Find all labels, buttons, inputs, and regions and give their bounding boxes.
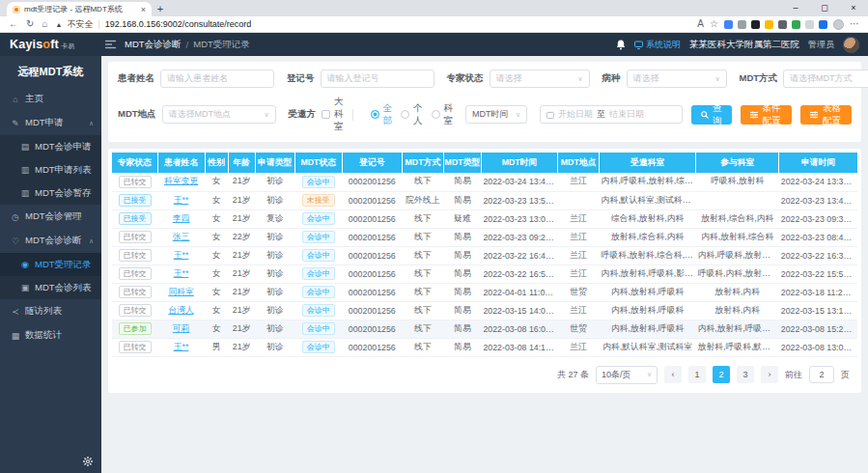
table-row[interactable]: 已参加可莉女21岁初诊会诊中0002001256线下简易2022-03-08 1… (112, 320, 857, 338)
table-config-button[interactable]: 表格配置 (800, 105, 852, 125)
mdt-status-tag: 会诊中 (302, 322, 335, 335)
user-avatar[interactable] (843, 37, 859, 53)
table-row[interactable]: 已转交张三女22岁初诊会诊中0002001256线下简易2022-03-23 0… (112, 228, 857, 246)
sidebar-item-label: MDT会诊列表 (35, 282, 92, 294)
expert-status-tag: 已转交 (119, 231, 152, 243)
invitee-checkbox[interactable]: 大科室 (322, 96, 344, 133)
sidebar-item-主页[interactable]: ⌂主页 (0, 87, 101, 111)
url-field[interactable]: ▲ 不安全 | 192.168.0.156:9002/consultate/re… (55, 18, 689, 31)
sidebar-item-MDT申请列表[interactable]: ▥MDT申请列表 (0, 158, 101, 181)
patient-name-link[interactable]: 李四 (173, 213, 190, 223)
extension-icon[interactable] (792, 20, 800, 29)
patient-name-link[interactable]: 科室变更 (164, 176, 198, 185)
patient-name-link[interactable]: 王** (174, 268, 189, 278)
extension-icon[interactable] (765, 20, 773, 29)
sidebar-item-MDT会诊申请[interactable]: ▤MDT会诊申请 (0, 135, 101, 158)
sidebar-item-MDT申请[interactable]: ✎MDT申请∧ (0, 111, 101, 135)
patient-name-link[interactable]: 张三 (173, 232, 190, 241)
goto-page-input[interactable]: 2 (809, 366, 834, 383)
browser-profile-avatar[interactable] (833, 19, 844, 30)
patient-name-link[interactable]: 同科室 (168, 287, 193, 296)
back-icon[interactable]: ← (9, 19, 18, 29)
table-cell: 兰江 (558, 173, 600, 191)
system-doc-button[interactable]: 系统说明 (634, 39, 681, 51)
patient-name-input[interactable]: 请输入患者姓名 (160, 70, 274, 88)
column-header: MDT类型 (443, 153, 481, 173)
prev-page-button[interactable]: ‹ (664, 366, 682, 383)
table-cell: 2022-03-08 15:24:58 (779, 320, 857, 338)
maximize-button[interactable]: ◻ (810, 0, 839, 16)
condition-config-button[interactable]: 条件配置 (741, 105, 792, 125)
expert-status-select[interactable]: 请选择∨ (490, 70, 590, 88)
invitee-radio-科室[interactable]: 科室 (423, 102, 454, 127)
table-row[interactable]: 已转交王**女21岁初诊会诊中0002001256线下简易2022-03-22 … (112, 264, 857, 283)
home-icon[interactable]: ⌂ (42, 19, 47, 29)
minimize-button[interactable]: – (781, 0, 810, 16)
tab-close-icon[interactable]: × (141, 5, 146, 14)
time-type-select[interactable]: MDT时间∨ (465, 105, 527, 124)
table-row[interactable]: 已接受王**女21岁初诊未接受0002001256院外线上简易2022-03-2… (112, 191, 857, 209)
sidebar-item-MDT会诊管理[interactable]: ◷MDT会诊管理 (0, 205, 101, 229)
table-cell (558, 191, 600, 209)
page-button-1[interactable]: 1 (688, 366, 706, 383)
sidebar-item-MDT会诊诊断[interactable]: ♡MDT会诊诊断∧ (0, 229, 101, 253)
read-aloud-icon[interactable]: A (697, 19, 704, 29)
refresh-icon[interactable]: ↻ (26, 19, 34, 29)
page-button-3[interactable]: 3 (737, 366, 754, 383)
settings-gear-icon[interactable] (83, 457, 93, 466)
sidebar-item-MDT受理记录[interactable]: ◉MDT受理记录 (0, 253, 101, 276)
page-size-select[interactable]: 10条/页∨ (596, 366, 658, 384)
patient-name-link[interactable]: 台湾人 (168, 305, 193, 315)
extension-icon[interactable] (819, 20, 827, 29)
chevron-down-icon: ∨ (714, 75, 719, 83)
favorite-icon[interactable]: ☆ (710, 19, 718, 29)
table-cell: 初诊 (255, 301, 294, 320)
sidebar-item-label: MDT受理记录 (35, 259, 92, 271)
table-cell: 女 (205, 264, 228, 283)
tab-title: mdt受理记录 - 远程MDT系统 (24, 4, 137, 14)
date-range-input[interactable]: 开始日期 至 结束日期 (540, 105, 683, 124)
patient-name-link[interactable]: 王** (174, 195, 189, 205)
table-row[interactable]: 已接受李四女21岁复诊会诊中0002001256线下疑难2022-03-23 1… (112, 209, 857, 228)
invitee-radio-个人[interactable]: 个人 (392, 102, 423, 127)
close-button[interactable]: × (839, 0, 868, 16)
table-cell: 2022-03-08 16:00:00 (481, 320, 557, 338)
page-button-2[interactable]: 2 (713, 366, 730, 383)
register-no-input[interactable]: 请输入登记号 (321, 70, 434, 88)
monitor-icon (634, 41, 643, 49)
extension-icon[interactable] (778, 20, 787, 29)
disease-select[interactable]: 请选择∨ (627, 70, 727, 88)
browser-actions: A ☆ ⋯ (697, 19, 859, 30)
sidebar-item-MDT会诊列表[interactable]: ▣MDT会诊列表 (0, 276, 101, 299)
new-tab-button[interactable]: + (152, 2, 169, 16)
sidebar-item-随访列表[interactable]: ≺随访列表 (0, 299, 101, 323)
table-row[interactable]: 已转交台湾人女21岁初诊会诊中0002001256线下简易2022-03-15 … (112, 301, 857, 320)
next-page-button[interactable]: › (761, 366, 778, 383)
extension-icon[interactable] (751, 20, 760, 29)
notification-bell-icon[interactable] (616, 40, 626, 50)
table-cell: 2022-03-23 13:00:00 (481, 209, 557, 228)
mdt-mode-select[interactable]: 请选择MDT方式∨ (783, 70, 868, 88)
search-button[interactable]: 查询 (691, 105, 732, 125)
sidebar-item-MDT会诊暂存[interactable]: ▥MDT会诊暂存 (0, 181, 101, 205)
extension-icon[interactable] (724, 20, 733, 29)
invitee-radio-全部[interactable]: 全部 (362, 102, 393, 127)
browser-menu-icon[interactable]: ⋯ (850, 19, 859, 29)
table-row[interactable]: 已转交同科室女21岁初诊会诊中0002001256线下简易2022-04-01 … (112, 283, 857, 301)
table-row[interactable]: 已转交王**女21岁初诊会诊中0002001256线下简易2022-03-22 … (112, 246, 857, 264)
browser-tab[interactable]: mdt受理记录 - 远程MDT系统 × (7, 2, 152, 16)
patient-name-link[interactable]: 可莉 (173, 323, 190, 333)
search-icon (701, 111, 709, 119)
table-cell: 0002001256 (342, 228, 402, 246)
patient-name-link[interactable]: 王** (174, 342, 189, 351)
patient-name-label: 患者姓名 (118, 72, 154, 85)
extension-icon[interactable] (738, 20, 746, 29)
mdt-place-select[interactable]: 请选择MDT地点∨ (162, 105, 276, 124)
extension-icon[interactable] (805, 20, 814, 29)
table-row[interactable]: 已转交王**男21岁初诊会诊中0002001256线下简易2022-03-08 … (112, 338, 857, 356)
sidebar-item-数据统计[interactable]: ▦数据统计 (0, 323, 101, 348)
sidebar-collapse-icon[interactable] (105, 40, 116, 49)
patient-name-link[interactable]: 王** (174, 250, 189, 260)
table-row[interactable]: 已转交科室变更女21岁初诊会诊中0002001256线下简易2022-03-24… (112, 173, 857, 191)
radio-icon (432, 110, 440, 119)
